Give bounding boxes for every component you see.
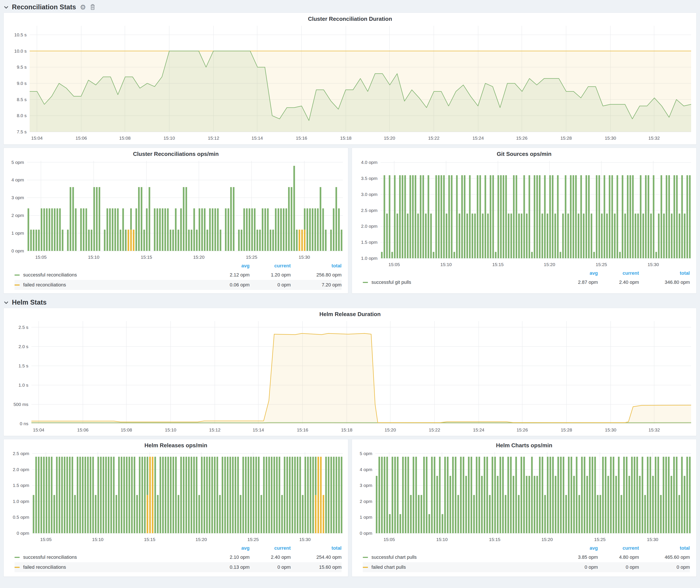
gear-icon[interactable]: ⚙ (80, 4, 86, 11)
series-total: 7.20 opm (291, 282, 342, 288)
legend: avg current total successful reconciliat… (5, 544, 346, 572)
trash-icon[interactable] (90, 4, 95, 10)
series-name[interactable]: failed reconciliations (23, 564, 213, 570)
legend-col-avg[interactable]: avg (213, 545, 250, 551)
svg-text:0 opm: 0 opm (11, 248, 24, 253)
svg-text:8.5 s: 8.5 s (17, 97, 27, 102)
dashboard: Reconciliation Stats ⚙ Cluster Reconcili… (0, 0, 700, 588)
svg-text:15:25: 15:25 (594, 537, 606, 542)
section-header-reconciliation-stats[interactable]: Reconciliation Stats ⚙ (3, 2, 697, 13)
series-swatch (15, 567, 20, 568)
svg-text:15:15: 15:15 (492, 262, 504, 267)
series-name[interactable]: successful reconciliations (23, 272, 213, 278)
svg-text:15:30: 15:30 (647, 537, 658, 542)
legend-row[interactable]: successful reconciliations 2.12 opm 1.20… (15, 270, 342, 280)
legend-row[interactable]: failed reconciliations 0.06 opm 0 opm 7.… (15, 280, 342, 290)
svg-text:15:25: 15:25 (596, 262, 607, 267)
legend-row[interactable]: successful reconciliations 2.10 opm 2.40… (15, 552, 342, 562)
legend-col-avg[interactable]: avg (213, 263, 250, 269)
chevron-down-icon (4, 300, 8, 304)
panel-cluster-reconciliation-duration: Cluster Reconciliation Duration 15:0415:… (3, 13, 697, 145)
series-current: 0 opm (598, 564, 639, 570)
svg-text:7.5 s: 7.5 s (17, 129, 27, 134)
legend-col-avg[interactable]: avg (561, 270, 598, 276)
series-current: 0 opm (250, 282, 291, 288)
svg-text:1.0 s: 1.0 s (18, 383, 28, 388)
svg-text:3 opm: 3 opm (360, 483, 372, 488)
series-current: 1.20 opm (250, 272, 291, 278)
svg-text:15:04: 15:04 (33, 427, 44, 432)
series-avg: 0.06 opm (213, 282, 250, 288)
svg-text:15:05: 15:05 (384, 537, 395, 542)
chart-helm-release-duration[interactable]: 15:0415:0615:0815:1015:1215:1415:1615:18… (5, 318, 695, 435)
series-avg: 0 opm (561, 564, 598, 570)
svg-text:15:18: 15:18 (341, 427, 353, 432)
svg-text:1.5 opm: 1.5 opm (13, 483, 29, 488)
legend-row[interactable]: successful git pulls 2.87 opm 2.40 opm 3… (363, 277, 690, 287)
chart-helm-releases-opm[interactable]: 15:0515:1015:1515:2015:2515:300 opm0.5 o… (5, 450, 346, 544)
svg-text:15:10: 15:10 (165, 427, 176, 432)
panel-helm-charts-opm: Helm Charts ops/min 15:0515:1015:1515:20… (352, 439, 697, 577)
panel-title: Helm Charts ops/min (354, 441, 695, 450)
chart-cluster-reconciliations-opm[interactable]: 15:0515:1015:1515:2015:2515:300 opm1 opm… (5, 158, 346, 262)
svg-text:3 opm: 3 opm (11, 195, 24, 200)
svg-text:15:16: 15:16 (296, 136, 307, 141)
svg-text:1.5 s: 1.5 s (18, 363, 28, 368)
legend-header: avg current total (15, 262, 342, 270)
chart-helm-charts-opm[interactable]: 15:0515:1015:1515:2015:2515:300 opm1 opm… (354, 450, 695, 544)
svg-text:3.5 opm: 3.5 opm (361, 176, 377, 181)
legend-col-total[interactable]: total (639, 270, 690, 276)
series-avg: 2.87 opm (561, 279, 598, 285)
svg-text:2 opm: 2 opm (360, 499, 372, 504)
legend-col-current[interactable]: current (250, 263, 291, 269)
svg-text:2 opm: 2 opm (11, 213, 24, 218)
legend-col-current[interactable]: current (598, 270, 639, 276)
series-swatch (15, 275, 20, 276)
svg-text:0.5 opm: 0.5 opm (13, 515, 29, 520)
section-header-helm-stats[interactable]: Helm Stats (3, 297, 697, 308)
svg-text:1.0 opm: 1.0 opm (361, 256, 377, 261)
svg-text:0 opm: 0 opm (360, 531, 372, 536)
svg-text:15:20: 15:20 (385, 427, 396, 432)
svg-text:15:12: 15:12 (208, 136, 219, 141)
series-total: 256.80 opm (291, 272, 342, 278)
chart-git-sources-opm[interactable]: 15:0515:1015:1515:2015:2515:301.0 opm1.5… (354, 158, 695, 269)
legend-col-total[interactable]: total (291, 263, 342, 269)
panel-helm-release-duration: Helm Release Duration 15:0415:0615:0815:… (3, 308, 697, 436)
series-avg: 2.12 opm (213, 272, 250, 278)
series-current: 2.40 opm (598, 279, 639, 285)
series-current: 2.40 opm (250, 554, 291, 560)
legend-col-total[interactable]: total (639, 545, 690, 551)
svg-text:15:20: 15:20 (384, 136, 395, 141)
legend-row[interactable]: failed chart pulls 0 opm 0 opm 0 opm (363, 562, 690, 572)
legend-row[interactable]: successful chart pulls 3.85 opm 4.80 opm… (363, 552, 690, 562)
svg-text:9.5 s: 9.5 s (17, 65, 27, 69)
series-name[interactable]: failed reconciliations (23, 282, 213, 288)
panel-title: Helm Release Duration (5, 310, 695, 318)
svg-text:15:26: 15:26 (516, 427, 528, 432)
legend-col-current[interactable]: current (598, 545, 639, 551)
svg-text:8.0 s: 8.0 s (17, 113, 27, 118)
svg-text:1 opm: 1 opm (11, 231, 24, 236)
svg-text:3.0 opm: 3.0 opm (361, 192, 377, 197)
svg-text:2.5 opm: 2.5 opm (361, 208, 377, 213)
legend-row[interactable]: failed reconciliations 0.13 opm 0 opm 15… (15, 562, 342, 572)
legend-col-avg[interactable]: avg (561, 545, 598, 551)
series-name[interactable]: failed chart pulls (371, 564, 561, 570)
series-avg: 2.10 opm (213, 554, 250, 560)
series-name[interactable]: successful git pulls (371, 279, 561, 285)
legend-col-total[interactable]: total (291, 545, 342, 551)
svg-text:15:28: 15:28 (560, 136, 572, 141)
legend-col-current[interactable]: current (250, 545, 291, 551)
chart-cluster-reconciliation-duration[interactable]: 15:0415:0615:0815:1015:1215:1415:1615:18… (5, 23, 695, 143)
svg-text:2.0 s: 2.0 s (18, 344, 28, 349)
svg-text:15:08: 15:08 (121, 427, 132, 432)
series-avg: 3.85 opm (561, 554, 598, 560)
svg-text:15:22: 15:22 (429, 427, 440, 432)
series-name[interactable]: successful chart pulls (371, 554, 561, 560)
series-name[interactable]: successful reconciliations (23, 554, 213, 560)
svg-text:15:15: 15:15 (489, 537, 500, 542)
svg-text:15:16: 15:16 (297, 427, 308, 432)
series-total: 254.40 opm (291, 554, 342, 560)
svg-text:15:32: 15:32 (648, 427, 660, 432)
